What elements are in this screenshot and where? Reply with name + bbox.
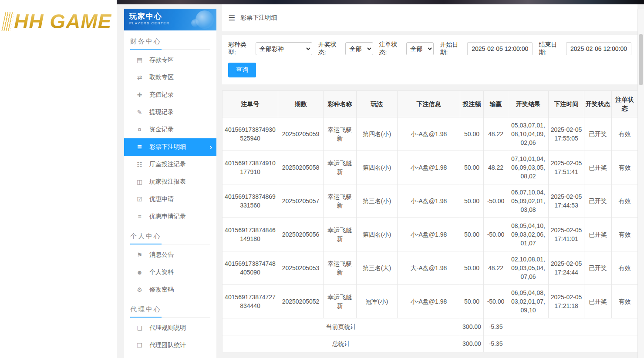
- table-cell: 已开奖: [584, 184, 612, 218]
- table-row: 40156917387472783444020250205052幸运飞艇新冠军(…: [223, 285, 638, 318]
- money-icon: ¤: [136, 126, 143, 133]
- hamburger-menu-icon[interactable]: ☰: [228, 13, 235, 23]
- plus-icon: ✚: [136, 91, 143, 98]
- table-cell: 大-A盘@1.98: [398, 251, 460, 285]
- start-date-input[interactable]: [467, 42, 533, 55]
- sidebar-item-player-bet-report[interactable]: ◫玩家投注报表: [124, 173, 216, 191]
- menu-section-label: 代理中心: [130, 305, 210, 318]
- bell-icon: ⚑: [136, 251, 143, 258]
- sidebar-item-withdraw-records[interactable]: ✎提现记录: [124, 104, 216, 121]
- column-header: 下注时间: [549, 91, 584, 117]
- sidebar-item-agent-rules[interactable]: ❏代理规则说明: [124, 319, 216, 337]
- column-header: 输赢: [484, 91, 508, 117]
- table-cell: 06,05,04,08,03,02,01,07,09,10: [508, 285, 549, 318]
- sidebar-title: 玩家中心: [129, 12, 211, 21]
- table-cell: 幸运飞艇新: [324, 184, 357, 218]
- table-cell: 已开奖: [584, 218, 612, 251]
- order-status-select[interactable]: 全部: [406, 42, 434, 55]
- draw-status-label: 开奖状态:: [318, 41, 344, 57]
- table-cell: 20250205053: [278, 251, 324, 285]
- sidebar-item-recharge-records[interactable]: ✚充值记录: [124, 86, 216, 104]
- table-cell: 401569173874910177910: [223, 151, 278, 184]
- sidebar-item-label: 代理团队统计: [149, 341, 212, 349]
- sidebar-item-label: 个人资料: [149, 268, 212, 276]
- table-cell: 幸运飞艇新: [324, 151, 357, 184]
- sidebar-item-promo-apply[interactable]: ☑优惠申请: [124, 191, 216, 208]
- table-cell: 50.00: [460, 117, 484, 151]
- page-title: 彩票下注明细: [240, 14, 277, 22]
- table-cell: 冠军(小): [357, 285, 398, 318]
- sidebar-item-lottery-bet-details[interactable]: ≣彩票下注明细›: [124, 138, 216, 156]
- sidebar-item-label: 代理规则说明: [149, 324, 212, 332]
- table-cell: 有效: [612, 218, 638, 251]
- table-cell: 20250205058: [278, 151, 324, 184]
- table-cell: -50.00: [484, 285, 508, 318]
- list-icon: ≣: [136, 144, 143, 151]
- end-date-label: 结束日期:: [539, 41, 564, 57]
- table-cell: -50.00: [484, 218, 508, 251]
- lottery-type-select[interactable]: 全部彩种: [256, 42, 312, 55]
- sidebar-header: 玩家中心 PLAYERS CENTER: [124, 9, 216, 30]
- table-row: 40156917387491017791020250205058幸运飞艇新第四名…: [223, 151, 638, 184]
- draw-status-select[interactable]: 全部: [345, 42, 373, 55]
- book-icon: ❐: [136, 342, 143, 349]
- column-header: 投注额: [460, 91, 484, 117]
- doc-icon: ❏: [136, 325, 143, 331]
- sidebar-item-profile[interactable]: ☻个人资料: [124, 264, 216, 281]
- table-cell: 幸运飞艇新: [324, 218, 357, 251]
- table-cell: 50.00: [460, 251, 484, 285]
- table-row: 40156917387493052594020250205059幸运飞艇新第四名…: [223, 117, 638, 151]
- sidebar-item-label: 消息公告: [149, 251, 212, 259]
- sidebar-item-label: 厅室投注记录: [149, 161, 212, 168]
- user-icon: ☻: [136, 269, 143, 276]
- vertical-scrollbar[interactable]: [637, 9, 644, 358]
- table-cell: 50.00: [460, 285, 484, 318]
- sidebar-item-label: 优惠申请: [149, 195, 212, 203]
- table-cell: 2025-02-05 17:41:01: [549, 218, 584, 251]
- sidebar-item-announcements[interactable]: ⚑消息公告: [124, 246, 216, 264]
- bets-table: 注单号期数彩种名称玩法下注信息投注额输赢开奖结果下注时间开奖状态注单状态 401…: [222, 90, 638, 352]
- column-header: 期数: [278, 91, 324, 117]
- column-header: 注单状态: [612, 91, 638, 117]
- card-icon: ▤: [136, 57, 143, 64]
- gear-icon: ⚙: [136, 286, 143, 293]
- sidebar-item-label: 优惠申请记录: [149, 213, 212, 221]
- table-cell: 401569173874869331560: [223, 184, 278, 218]
- gift-icon: ☑: [136, 196, 143, 203]
- sidebar-item-label: 存款专区: [149, 56, 212, 64]
- table-cell: 401569173874727834440: [223, 285, 278, 318]
- table-cell: 48.22: [484, 151, 508, 184]
- end-date-input[interactable]: [566, 42, 631, 55]
- sidebar-item-change-password[interactable]: ⚙修改密码: [124, 281, 216, 298]
- table-cell: 401569173874846149180: [223, 218, 278, 251]
- sidebar-item-funds-records[interactable]: ¤资金记录: [124, 121, 216, 138]
- order-status-label: 注单状态:: [379, 41, 405, 57]
- sidebar-item-deposit[interactable]: ▤存款专区: [124, 51, 216, 69]
- sidebar: 玩家中心 PLAYERS CENTER 财务中心▤存款专区⇄取款专区✚充值记录✎…: [124, 9, 216, 358]
- list2-icon: ≡: [136, 213, 143, 220]
- exchange-icon: ⇄: [136, 74, 143, 81]
- sidebar-item-withdraw[interactable]: ⇄取款专区: [124, 69, 216, 86]
- page: HH GAME 玩家中心 PLAYERS CENTER 财务中心▤存款专区⇄取款…: [0, 0, 644, 358]
- table-row: 40156917387474840509020250205053幸运飞艇新第三名…: [223, 251, 638, 285]
- table-cell: 已开奖: [584, 151, 612, 184]
- table-cell: 第四名(小): [357, 218, 398, 251]
- table-row: 40156917387486933156020250205057幸运飞艇新第三名…: [223, 184, 638, 218]
- bets-table-card: 注单号期数彩种名称玩法下注信息投注额输赢开奖结果下注时间开奖状态注单状态 401…: [222, 90, 637, 352]
- sidebar-item-promo-apply-records[interactable]: ≡优惠申请记录: [124, 208, 216, 225]
- pen-icon: ✎: [136, 109, 143, 116]
- table-cell: 幸运飞艇新: [324, 285, 357, 318]
- summary-label: 总统计: [223, 335, 460, 352]
- summary-bet-total: 300.00: [460, 318, 484, 335]
- table-cell: 已开奖: [584, 117, 612, 151]
- brand-logo: HH GAME: [3, 10, 111, 33]
- search-button[interactable]: 查询: [228, 63, 256, 77]
- sidebar-item-hall-bet-records[interactable]: ☷厅室投注记录: [124, 156, 216, 173]
- scrollbar-thumb[interactable]: [639, 34, 643, 85]
- sidebar-item-agent-team-stats[interactable]: ❐代理团队统计: [124, 337, 216, 354]
- column-header: 注单号: [223, 91, 278, 117]
- table-cell: 20250205052: [278, 285, 324, 318]
- summary-win-loss: -5.35: [484, 318, 508, 335]
- table-cell: 07,10,01,04,06,09,03,05,08,02: [508, 151, 549, 184]
- sidebar-item-label: 资金记录: [149, 126, 212, 134]
